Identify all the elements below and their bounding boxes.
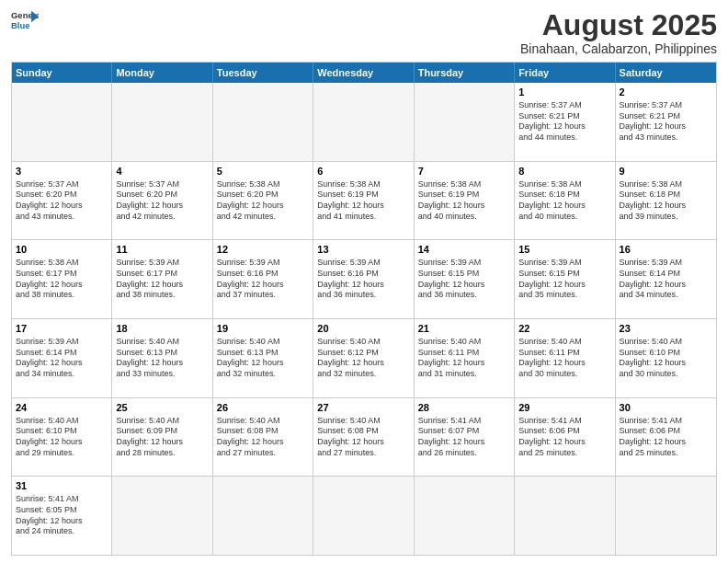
cal-header-tuesday: Tuesday	[213, 63, 313, 83]
cal-header-thursday: Thursday	[415, 63, 515, 83]
cal-header-saturday: Saturday	[616, 63, 716, 83]
day-number: 7	[418, 165, 510, 178]
day-number: 12	[217, 243, 309, 257]
cell-info: Sunrise: 5:40 AM Sunset: 6:11 PM Dayligh…	[418, 337, 510, 380]
cell-info: Sunrise: 5:38 AM Sunset: 6:17 PM Dayligh…	[16, 258, 108, 301]
cell-info: Sunrise: 5:39 AM Sunset: 6:14 PM Dayligh…	[16, 337, 108, 380]
cal-cell	[213, 477, 313, 555]
cell-info: Sunrise: 5:41 AM Sunset: 6:06 PM Dayligh…	[620, 416, 712, 459]
cal-cell: 26Sunrise: 5:40 AM Sunset: 6:08 PM Dayli…	[213, 398, 313, 477]
day-number: 26	[217, 401, 309, 415]
day-number: 11	[116, 243, 208, 257]
cal-cell	[213, 83, 313, 161]
day-number: 6	[317, 165, 409, 178]
day-number: 9	[620, 165, 712, 178]
cal-header-sunday: Sunday	[12, 63, 112, 83]
cal-cell	[415, 477, 515, 555]
svg-text:Blue: Blue	[11, 20, 30, 30]
cal-cell: 3Sunrise: 5:37 AM Sunset: 6:20 PM Daylig…	[12, 162, 112, 240]
day-number: 28	[418, 401, 510, 415]
cal-header-wednesday: Wednesday	[313, 63, 414, 83]
cal-cell: 2Sunrise: 5:37 AM Sunset: 6:21 PM Daylig…	[616, 83, 716, 161]
cal-week-2: 10Sunrise: 5:38 AM Sunset: 6:17 PM Dayli…	[12, 239, 716, 318]
cell-info: Sunrise: 5:39 AM Sunset: 6:15 PM Dayligh…	[418, 258, 510, 301]
day-number: 2	[620, 86, 712, 99]
cell-info: Sunrise: 5:38 AM Sunset: 6:19 PM Dayligh…	[418, 179, 510, 223]
cal-cell	[515, 477, 615, 555]
day-number: 27	[317, 401, 409, 415]
cal-cell: 28Sunrise: 5:41 AM Sunset: 6:07 PM Dayli…	[415, 398, 515, 477]
cell-info: Sunrise: 5:41 AM Sunset: 6:05 PM Dayligh…	[16, 494, 108, 537]
cal-cell: 1Sunrise: 5:37 AM Sunset: 6:21 PM Daylig…	[515, 83, 615, 161]
cell-info: Sunrise: 5:40 AM Sunset: 6:13 PM Dayligh…	[217, 337, 309, 380]
day-number: 23	[620, 322, 712, 336]
cal-week-5: 31Sunrise: 5:41 AM Sunset: 6:05 PM Dayli…	[12, 476, 716, 555]
cal-cell: 21Sunrise: 5:40 AM Sunset: 6:11 PM Dayli…	[415, 319, 515, 397]
day-number: 17	[16, 322, 108, 336]
cal-cell: 7Sunrise: 5:38 AM Sunset: 6:19 PM Daylig…	[415, 162, 515, 240]
cell-info: Sunrise: 5:39 AM Sunset: 6:14 PM Dayligh…	[620, 258, 712, 301]
day-number: 3	[16, 165, 108, 178]
cal-cell: 9Sunrise: 5:38 AM Sunset: 6:18 PM Daylig…	[616, 162, 716, 240]
cal-cell: 11Sunrise: 5:39 AM Sunset: 6:17 PM Dayli…	[112, 240, 212, 318]
page: General Blue August 2025 Binahaan, Calab…	[0, 0, 728, 563]
calendar-header-row: SundayMondayTuesdayWednesdayThursdayFrid…	[12, 63, 716, 83]
cell-info: Sunrise: 5:40 AM Sunset: 6:12 PM Dayligh…	[317, 337, 409, 380]
cell-info: Sunrise: 5:40 AM Sunset: 6:08 PM Dayligh…	[217, 416, 309, 459]
cal-header-monday: Monday	[112, 63, 212, 83]
day-number: 10	[16, 243, 108, 257]
generalblue-logo-icon: General Blue	[11, 9, 39, 31]
cal-cell	[12, 83, 112, 161]
cal-cell: 10Sunrise: 5:38 AM Sunset: 6:17 PM Dayli…	[12, 240, 112, 318]
logo: General Blue	[11, 9, 39, 31]
cal-cell: 16Sunrise: 5:39 AM Sunset: 6:14 PM Dayli…	[616, 240, 716, 318]
cell-info: Sunrise: 5:39 AM Sunset: 6:15 PM Dayligh…	[518, 258, 610, 301]
day-number: 29	[518, 401, 610, 415]
cell-info: Sunrise: 5:38 AM Sunset: 6:20 PM Dayligh…	[217, 179, 309, 223]
cal-cell: 20Sunrise: 5:40 AM Sunset: 6:12 PM Dayli…	[313, 319, 414, 397]
cal-cell: 24Sunrise: 5:40 AM Sunset: 6:10 PM Dayli…	[12, 398, 112, 477]
cal-cell	[112, 83, 212, 161]
cal-cell	[415, 83, 515, 161]
cal-cell: 17Sunrise: 5:39 AM Sunset: 6:14 PM Dayli…	[12, 319, 112, 397]
title-block: August 2025 Binahaan, Calabarzon, Philip…	[520, 9, 717, 56]
cal-cell: 19Sunrise: 5:40 AM Sunset: 6:13 PM Dayli…	[213, 319, 313, 397]
cal-cell: 12Sunrise: 5:39 AM Sunset: 6:16 PM Dayli…	[213, 240, 313, 318]
day-number: 25	[116, 401, 208, 415]
cal-cell: 31Sunrise: 5:41 AM Sunset: 6:05 PM Dayli…	[12, 477, 112, 555]
main-title: August 2025	[520, 9, 717, 41]
day-number: 5	[217, 165, 309, 178]
cell-info: Sunrise: 5:40 AM Sunset: 6:10 PM Dayligh…	[620, 337, 712, 380]
cal-cell: 23Sunrise: 5:40 AM Sunset: 6:10 PM Dayli…	[616, 319, 716, 397]
day-number: 4	[116, 165, 208, 178]
cal-header-friday: Friday	[515, 63, 615, 83]
cell-info: Sunrise: 5:38 AM Sunset: 6:18 PM Dayligh…	[620, 179, 712, 223]
cal-cell	[313, 83, 414, 161]
cell-info: Sunrise: 5:38 AM Sunset: 6:18 PM Dayligh…	[518, 179, 610, 223]
cal-cell: 4Sunrise: 5:37 AM Sunset: 6:20 PM Daylig…	[112, 162, 212, 240]
cell-info: Sunrise: 5:41 AM Sunset: 6:06 PM Dayligh…	[518, 416, 610, 459]
day-number: 24	[16, 401, 108, 415]
cell-info: Sunrise: 5:39 AM Sunset: 6:16 PM Dayligh…	[317, 258, 409, 301]
cal-cell: 25Sunrise: 5:40 AM Sunset: 6:09 PM Dayli…	[112, 398, 212, 477]
calendar: SundayMondayTuesdayWednesdayThursdayFrid…	[11, 62, 717, 556]
day-number: 18	[116, 322, 208, 336]
header: General Blue August 2025 Binahaan, Calab…	[11, 9, 717, 56]
cell-info: Sunrise: 5:37 AM Sunset: 6:21 PM Dayligh…	[518, 100, 610, 144]
cal-cell: 22Sunrise: 5:40 AM Sunset: 6:11 PM Dayli…	[515, 319, 615, 397]
cal-week-1: 3Sunrise: 5:37 AM Sunset: 6:20 PM Daylig…	[12, 161, 716, 240]
subtitle: Binahaan, Calabarzon, Philippines	[520, 41, 717, 56]
cell-info: Sunrise: 5:41 AM Sunset: 6:07 PM Dayligh…	[418, 416, 510, 459]
day-number: 16	[620, 243, 712, 257]
day-number: 8	[518, 165, 610, 178]
cell-info: Sunrise: 5:38 AM Sunset: 6:19 PM Dayligh…	[317, 179, 409, 223]
day-number: 22	[518, 322, 610, 336]
cal-cell: 15Sunrise: 5:39 AM Sunset: 6:15 PM Dayli…	[515, 240, 615, 318]
day-number: 15	[518, 243, 610, 257]
day-number: 13	[317, 243, 409, 257]
cal-cell: 30Sunrise: 5:41 AM Sunset: 6:06 PM Dayli…	[616, 398, 716, 477]
cal-cell: 27Sunrise: 5:40 AM Sunset: 6:08 PM Dayli…	[313, 398, 414, 477]
cal-cell: 8Sunrise: 5:38 AM Sunset: 6:18 PM Daylig…	[515, 162, 615, 240]
cell-info: Sunrise: 5:37 AM Sunset: 6:20 PM Dayligh…	[16, 179, 108, 223]
cal-cell	[313, 477, 414, 555]
